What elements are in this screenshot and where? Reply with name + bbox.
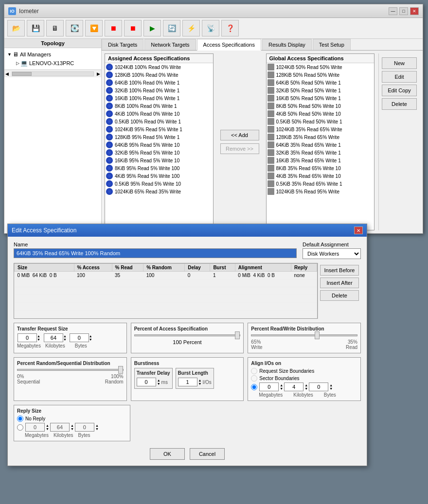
reply-kb-input[interactable] <box>50 423 70 432</box>
b-down-arrow[interactable]: ▼ <box>89 338 92 341</box>
remove-button[interactable]: Remove >> <box>220 143 259 154</box>
list-item[interactable]: 32KiB 95% Read 5% Write 10 <box>105 149 213 156</box>
display-button[interactable]: 🖥 <box>46 20 64 36</box>
tab-disk-targets[interactable]: Disk Targets <box>102 39 143 50</box>
align-custom-radio[interactable] <box>251 384 257 390</box>
help-button[interactable]: ❓ <box>221 20 239 36</box>
kb-up-arrow[interactable]: ▲ <box>63 334 67 338</box>
list-item[interactable]: 128KiB 50% Read 50% Write <box>267 71 374 79</box>
transfer-delay-input[interactable] <box>137 378 156 386</box>
run-button[interactable]: ▶ <box>143 20 161 36</box>
list-item[interactable]: 128KiB 35% Read 65% Write <box>267 133 374 141</box>
burst-up[interactable]: ▲ <box>198 379 202 382</box>
kb-down-arrow[interactable]: ▼ <box>63 338 67 341</box>
align-kb-down[interactable]: ▼ <box>304 387 308 390</box>
tab-test-setup[interactable]: Test Setup <box>313 39 351 50</box>
add-button[interactable]: << Add <box>220 130 259 140</box>
list-item[interactable]: 0.5KiB 35% Read 65% Write 1 <box>267 180 374 188</box>
list-item[interactable]: 1024KiB 50% Read 50% Write <box>267 63 374 71</box>
list-item[interactable]: 64KiB 35% Read 65% Write 1 <box>267 141 374 149</box>
delay-down[interactable]: ▼ <box>157 382 160 385</box>
list-item[interactable]: 1024KiB 5% Read 95% Write <box>267 188 374 195</box>
name-input[interactable] <box>14 248 297 258</box>
refresh-button[interactable]: 🔄 <box>163 20 180 36</box>
list-item[interactable]: 16KiB 50% Read 50% Write 1 <box>267 94 374 102</box>
list-item[interactable]: 8KiB 35% Read 65% Write 10 <box>267 164 374 172</box>
list-item[interactable]: 8KiB 95% Read 5% Write 100 <box>105 164 213 172</box>
transfer-mb-input[interactable] <box>18 333 37 342</box>
list-item[interactable]: 64KiB 50% Read 50% Write 1 <box>267 79 374 87</box>
open-button[interactable]: 📂 <box>7 20 25 36</box>
align-b-up[interactable]: ▲ <box>329 383 333 387</box>
mb-up-arrow[interactable]: ▲ <box>37 334 40 338</box>
topology-computer[interactable]: ▷ 💻 LENOVO-X13PRC <box>6 59 99 68</box>
no-reply-radio[interactable] <box>17 416 23 422</box>
assigned-specs-list[interactable]: 1024KiB 100% Read 0% Write 128KiB 100% R… <box>105 63 213 195</box>
align-request-radio[interactable] <box>251 368 257 374</box>
percent-random-slider-thumb[interactable] <box>118 366 123 374</box>
align-b-input[interactable] <box>309 382 328 391</box>
delay-up[interactable]: ▲ <box>157 379 160 382</box>
list-item[interactable]: 64KiB 100% Read 0% Write 1 <box>105 79 213 87</box>
list-item[interactable]: 1024KiB 65% Read 35% Write <box>105 188 213 195</box>
stop-button[interactable]: ⏹ <box>105 20 122 36</box>
edit-copy-button[interactable]: Edit Copy <box>382 85 417 96</box>
table-row[interactable]: 0 MiB 64 KiB 0 B 100 35 100 0 1 0 MiB <box>15 272 317 279</box>
global-specs-list[interactable]: 1024KiB 50% Read 50% Write 128KiB 50% Re… <box>267 63 374 195</box>
align-mb-input[interactable] <box>259 382 279 391</box>
network-button[interactable]: 📡 <box>202 20 219 36</box>
align-mb-down[interactable]: ▼ <box>280 387 283 390</box>
minimize-button[interactable]: — <box>389 7 397 15</box>
filter-button[interactable]: 🔽 <box>85 20 103 36</box>
align-mb-up[interactable]: ▲ <box>280 383 283 387</box>
list-item[interactable]: 8KiB 100% Read 0% Write 1 <box>105 102 213 110</box>
transfer-kb-input[interactable] <box>44 333 63 342</box>
list-item[interactable]: 32KiB 100% Read 0% Write 1 <box>105 87 213 94</box>
reply-kb-down[interactable]: ▼ <box>71 427 74 431</box>
list-item[interactable]: 0.5KiB 50% Read 50% Write 1 <box>267 118 374 125</box>
list-item[interactable]: 4KiB 50% Read 50% Write 10 <box>267 110 374 118</box>
close-button[interactable]: ✕ <box>410 7 419 15</box>
new-button[interactable]: New <box>382 57 417 69</box>
align-kb-up[interactable]: ▲ <box>304 383 308 387</box>
list-item[interactable]: 16KiB 35% Read 65% Write 1 <box>267 156 374 164</box>
insert-after-button[interactable]: Insert After <box>320 278 359 288</box>
power-button[interactable]: ⚡ <box>182 20 200 36</box>
maximize-button[interactable]: □ <box>399 7 408 15</box>
reply-mb-up[interactable]: ▲ <box>46 424 49 427</box>
cancel-button[interactable]: Cancel <box>190 448 225 460</box>
list-item[interactable]: 32KiB 50% Read 50% Write 1 <box>267 87 374 94</box>
reply-b-down[interactable]: ▼ <box>95 427 99 431</box>
list-item[interactable]: 128KiB 100% Read 0% Write <box>105 71 213 79</box>
table-delete-button[interactable]: Delete <box>320 290 359 301</box>
list-item[interactable]: 1024KiB 35% Read 65% Write <box>267 125 374 133</box>
align-sector-radio[interactable] <box>251 375 257 382</box>
stop-all-button[interactable]: ⏹ <box>124 20 142 36</box>
list-item[interactable]: 4KiB 100% Read 0% Write 10 <box>105 110 213 118</box>
list-item[interactable]: 64KiB 95% Read 5% Write 10 <box>105 141 213 149</box>
mb-down-arrow[interactable]: ▼ <box>37 338 40 341</box>
dialog-close-button[interactable]: ✕ <box>354 226 363 234</box>
list-item[interactable]: 128KiB 95% Read 5% Write 1 <box>105 133 213 141</box>
reply-kb-up[interactable]: ▲ <box>71 424 74 427</box>
list-item[interactable]: 0.5KiB 95% Read 5% Write 10 <box>105 180 213 188</box>
reply-b-up[interactable]: ▲ <box>95 424 99 427</box>
default-assignment-select[interactable]: Disk Workers Network Workers All Workers <box>303 248 361 259</box>
percent-rw-slider-thumb[interactable] <box>315 331 320 339</box>
percent-access-slider-thumb[interactable] <box>235 331 240 339</box>
topology-all-managers[interactable]: ▼ 🖥 All Managers <box>6 50 99 59</box>
list-item[interactable]: 32KiB 35% Read 65% Write 1 <box>267 149 374 156</box>
reply-mb-input[interactable] <box>25 423 45 432</box>
save-button[interactable]: 💾 <box>27 20 44 36</box>
delete-button[interactable]: Delete <box>382 98 417 110</box>
burst-down[interactable]: ▼ <box>198 382 202 385</box>
insert-before-button[interactable]: Insert Before <box>320 265 359 276</box>
list-item[interactable]: 1024KiB 100% Read 0% Write <box>105 63 213 71</box>
list-item[interactable]: 8KiB 50% Read 50% Write 10 <box>267 102 374 110</box>
align-b-down[interactable]: ▼ <box>329 387 333 390</box>
topology-scrollbar[interactable]: ◀ ▶ <box>4 70 101 77</box>
custom-reply-radio[interactable] <box>17 424 23 431</box>
list-item[interactable]: 16KiB 100% Read 0% Write 1 <box>105 94 213 102</box>
burst-length-input[interactable] <box>178 378 197 386</box>
edit-button[interactable]: Edit <box>382 71 417 83</box>
